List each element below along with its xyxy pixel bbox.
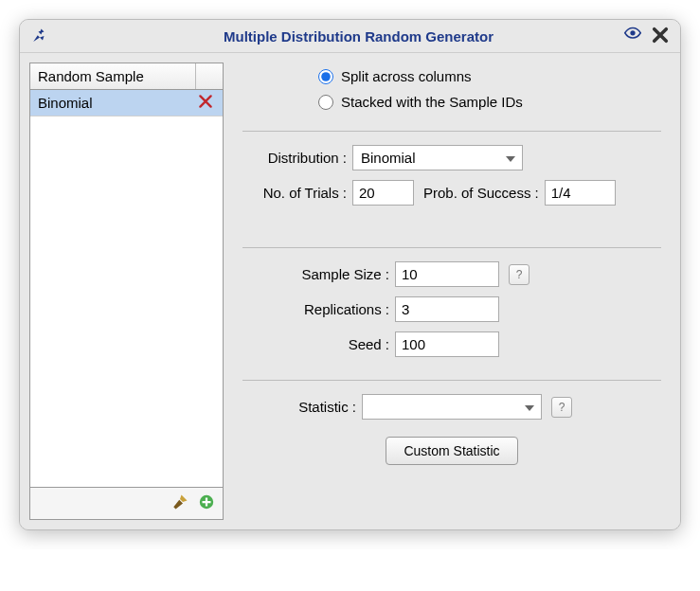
dialog-window: Multiple Distribution Random Generator R… <box>19 19 681 530</box>
label-distribution: Distribution : <box>242 150 347 166</box>
list-body[interactable]: Binomial <box>29 90 224 488</box>
radio-stacked[interactable]: Stacked with the Sample IDs <box>318 94 661 110</box>
add-icon[interactable] <box>198 493 215 513</box>
list-row-label: Binomial <box>38 95 196 111</box>
label-trials: No. of Trials : <box>242 185 347 201</box>
label-replications: Replications : <box>242 301 389 317</box>
select-statistic[interactable] <box>362 394 542 420</box>
close-icon[interactable] <box>652 27 669 46</box>
radio-stacked-label: Stacked with the Sample IDs <box>341 94 523 110</box>
list-row[interactable]: Binomial <box>30 90 223 116</box>
list-header: Random Sample <box>29 63 224 90</box>
label-prob: Prob. of Success : <box>423 185 539 201</box>
input-replications[interactable] <box>395 296 499 322</box>
radio-split-columns[interactable]: Split across columns <box>318 68 661 84</box>
broom-icon[interactable] <box>171 493 188 513</box>
row-trials-prob: No. of Trials : Prob. of Success : <box>242 180 661 206</box>
radio-stacked-input[interactable] <box>318 95 333 110</box>
radio-split-input[interactable] <box>318 69 333 84</box>
custom-statistic-row: Custom Statistic <box>242 437 661 465</box>
dialog-body: Random Sample Binomial <box>20 53 680 529</box>
list-header-col-name[interactable]: Random Sample <box>30 63 196 89</box>
layout-radio-group: Split across columns Stacked with the Sa… <box>242 68 661 110</box>
label-statistic: Statistic : <box>242 399 356 415</box>
radio-split-label: Split across columns <box>341 68 472 84</box>
row-replications: Replications : <box>242 296 661 322</box>
help-statistic[interactable]: ? <box>551 397 572 418</box>
row-seed: Seed : <box>242 331 661 357</box>
delete-row-icon[interactable] <box>196 94 215 112</box>
svg-point-0 <box>630 30 635 35</box>
pin-icon[interactable] <box>31 27 48 45</box>
label-sample-size: Sample Size : <box>242 266 389 282</box>
select-statistic-wrap <box>362 394 542 420</box>
separator-3 <box>242 380 661 381</box>
input-prob[interactable] <box>545 180 616 206</box>
eye-icon[interactable] <box>621 27 644 46</box>
separator-1 <box>242 131 661 132</box>
separator-2 <box>242 247 661 248</box>
row-sample-size: Sample Size : ? <box>242 261 661 287</box>
input-trials[interactable] <box>352 180 414 206</box>
list-header-col-action <box>196 63 223 89</box>
select-distribution[interactable]: Binomial <box>352 145 523 170</box>
list-footer <box>29 488 224 520</box>
label-seed: Seed : <box>242 336 389 352</box>
select-distribution-wrap: Binomial <box>352 145 523 170</box>
row-distribution: Distribution : Binomial <box>242 145 661 170</box>
input-seed[interactable] <box>395 331 499 357</box>
row-statistic: Statistic : ? <box>242 394 661 420</box>
title-bar: Multiple Distribution Random Generator <box>20 20 680 53</box>
left-panel: Random Sample Binomial <box>29 63 224 520</box>
help-sample-size[interactable]: ? <box>509 264 529 285</box>
input-sample-size[interactable] <box>395 261 499 287</box>
custom-statistic-button[interactable]: Custom Statistic <box>386 437 517 465</box>
dialog-title: Multiple Distribution Random Generator <box>48 28 669 45</box>
right-panel: Split across columns Stacked with the Sa… <box>233 63 671 520</box>
